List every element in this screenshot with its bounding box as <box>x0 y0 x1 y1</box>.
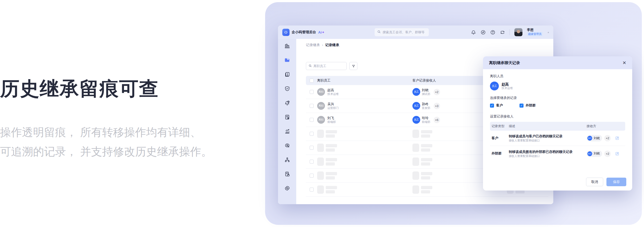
user-role-badge: 超级管理员 <box>527 32 543 36</box>
col-record-type: 记录类型 <box>490 124 509 129</box>
employee-avatar: 员工 <box>412 88 420 96</box>
hero-subtitle-line2: 可追溯的记录， 并支持修改历史继承操作。 <box>0 142 231 161</box>
sidebar-item-bell-clock[interactable] <box>284 100 290 106</box>
record-desc: 转移该成员拥有的外部群已存档的聊天记录 <box>509 150 587 154</box>
employee-name: 赵高 <box>327 88 339 92</box>
global-search-input[interactable]: 搜索员工会话、客户、群聊等 <box>375 28 429 36</box>
row-checkbox[interactable] <box>310 90 314 94</box>
receiver-settings-label: 设置记录接收人 <box>490 114 625 119</box>
filter-button[interactable] <box>349 62 357 70</box>
person-label: 离职人员 <box>490 74 625 79</box>
edit-icon[interactable] <box>615 136 619 140</box>
ai-badge: Ai✦ <box>318 30 325 34</box>
record-type-checkboxes: ✓ 客户 ✓ 外部群 <box>490 103 625 108</box>
modal-header: 离职继承聊天记录 ✕ <box>483 56 632 69</box>
receiver-name: 孙咚 <box>422 102 430 106</box>
breadcrumb-separator-icon: › <box>322 43 323 47</box>
search-icon <box>309 64 312 68</box>
employee-avatar: 员工 <box>412 102 420 110</box>
checkbox-customer[interactable]: ✓ 客户 <box>490 103 503 108</box>
receiver-name: 刘晓 <box>594 136 600 140</box>
person-name: 赵高 <box>502 82 513 86</box>
modal-table-row: 外部群 转移该成员拥有的外部群已存档的聊天记录 接收人需要配置基础接口 员工 刘… <box>490 146 625 161</box>
table-toolbar: 离职员工 <box>306 62 357 70</box>
sidebar-item-doc-person[interactable] <box>284 114 290 120</box>
app-header: 企小码管理后台 Ai✦ 搜索员工会话、客户、群聊等 <box>278 25 553 39</box>
sidebar-item-doc-alert[interactable] <box>284 71 290 77</box>
checked-checkbox-icon[interactable]: ✓ <box>490 104 494 108</box>
row-checkbox[interactable] <box>310 104 314 108</box>
employee-dept: 前端部 <box>327 120 336 124</box>
breadcrumb-parent[interactable]: 记录继承 <box>306 43 320 47</box>
inherit-chat-modal: 离职继承聊天记录 ✕ 离职人员 员工 赵高 技术运维 选择要继承的记录 ✓ 客户… <box>483 56 632 191</box>
extra-count-badge[interactable]: +2 <box>434 89 440 95</box>
row-checkbox[interactable] <box>310 132 314 136</box>
global-search-placeholder: 搜索员工会话、客户、群聊等 <box>383 30 425 35</box>
cancel-button[interactable]: 取消 <box>586 178 603 186</box>
sidebar-item-company[interactable] <box>284 43 290 49</box>
record-desc: 转移该成员与客户已存档的聊天记录 <box>509 134 587 138</box>
modal-table-header: 记录类型 描述 接收方 <box>490 122 625 131</box>
checkbox-label: 客户 <box>496 103 503 108</box>
row-checkbox[interactable] <box>310 160 314 164</box>
row-checkbox[interactable] <box>310 146 314 150</box>
employee-search-input[interactable]: 离职员工 <box>306 62 347 70</box>
close-icon[interactable]: ✕ <box>623 61 626 65</box>
employee-avatar: 员工 <box>587 136 592 141</box>
sidebar-item-org[interactable] <box>284 157 290 163</box>
departed-avatar: 离职 <box>317 102 325 110</box>
receiver-pill[interactable]: 员工 刘晓 <box>587 151 602 157</box>
receiver-name: 刘晓 <box>422 88 430 92</box>
record-type: 客户 <box>490 136 509 141</box>
app-logo-icon <box>282 29 290 36</box>
hero-subtitle: 操作透明留痕， 所有转移操作均有详细、 可追溯的记录， 并支持修改历史继承操作。 <box>0 123 231 161</box>
extra-count-badge[interactable]: +2 <box>604 135 611 141</box>
departed-person: 员工 赵高 技术运维 <box>490 82 625 90</box>
row-checkbox[interactable] <box>310 174 314 178</box>
receiver-pill[interactable]: 员工 刘晓 <box>587 135 602 141</box>
sidebar-item-records[interactable] <box>284 57 290 63</box>
extra-count-badge[interactable]: +6 <box>434 117 440 123</box>
modal-table-row: 客户 转移该成员与客户已存档的聊天记录 接收人需要配置基础接口 员工 刘晓 +2 <box>490 131 625 146</box>
sync-icon[interactable] <box>500 30 505 35</box>
receiver-name: 玲玲 <box>422 116 430 120</box>
record-hint: 接收人需要配置基础接口 <box>509 154 587 158</box>
sidebar-item-chat-search[interactable] <box>284 142 290 148</box>
sidebar-item-settings[interactable] <box>284 185 290 191</box>
person-dept: 技术运维 <box>502 86 513 90</box>
checkbox-external-group[interactable]: ✓ 外部群 <box>519 103 536 108</box>
checked-checkbox-icon[interactable]: ✓ <box>519 104 524 108</box>
select-records-label: 选择要继承的记录 <box>490 96 625 100</box>
col-receiver: 接收方 <box>587 124 625 129</box>
sidebar <box>278 39 296 204</box>
employee-name: 吴兴 <box>327 102 339 106</box>
receiver-dept: 宣发部 <box>422 106 430 110</box>
select-all-checkbox[interactable] <box>310 79 314 83</box>
user-avatar[interactable] <box>514 28 522 36</box>
brand: 企小码管理后台 Ai✦ <box>282 29 325 36</box>
breadcrumb: 记录继承 › 记录继承 <box>306 43 339 47</box>
employee-search-placeholder: 离职员工 <box>313 64 326 68</box>
hero-subtitle-line1: 操作透明留痕， 所有转移操作均有详细、 <box>0 123 231 142</box>
extra-count-badge[interactable]: +2 <box>604 151 611 157</box>
help-icon[interactable] <box>490 30 495 35</box>
record-hint: 接收人需要配置基础接口 <box>509 138 587 142</box>
chevron-up-icon[interactable]: ▲ <box>547 31 550 34</box>
employee-dept: 运营部门 <box>327 106 339 110</box>
user-meta: 李想 超级管理员 <box>527 28 543 36</box>
departed-avatar: 离职 <box>317 88 325 96</box>
save-button[interactable]: 保存 <box>606 178 626 186</box>
screen: 历史继承留痕可查 操作透明留痕， 所有转移操作均有详细、 可追溯的记录， 并支持… <box>0 0 644 227</box>
sidebar-item-doc-lock[interactable] <box>284 171 290 177</box>
receiver-dept: 测试部 <box>422 92 430 96</box>
col-description: 描述 <box>509 124 587 129</box>
extra-count-badge[interactable]: +3 <box>434 103 440 109</box>
row-checkbox[interactable] <box>310 188 314 192</box>
departed-avatar: 离职 <box>317 116 325 124</box>
notifications-icon[interactable] <box>471 30 476 35</box>
sidebar-item-shield[interactable] <box>284 86 290 91</box>
sidebar-item-analytics[interactable] <box>284 128 290 134</box>
row-checkbox[interactable] <box>310 118 314 122</box>
explore-icon[interactable] <box>481 30 486 35</box>
edit-icon[interactable] <box>615 152 619 156</box>
